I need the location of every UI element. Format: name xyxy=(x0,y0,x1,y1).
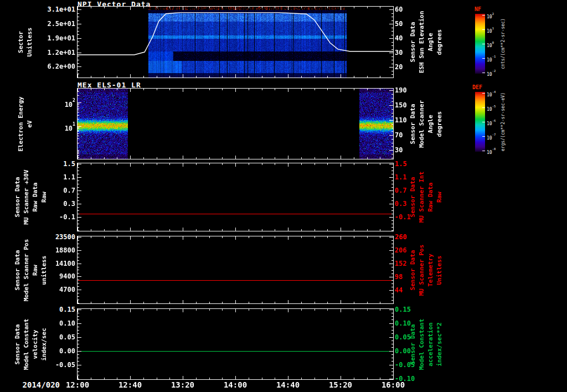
axis-label-line: Sector xyxy=(17,28,25,57)
x-axis-date-label: 2014/020 xyxy=(11,380,60,389)
axis-label-line: index/sec**2 xyxy=(435,318,444,370)
x-axis-tick-label: 13:20 xyxy=(161,380,205,389)
panel-5-right-tick-label: 0.15 xyxy=(395,306,429,313)
colorbar-tick-label: 102 xyxy=(487,13,510,19)
colorbar-tick-label: 10-6 xyxy=(487,120,510,126)
panel-4-right-axis-label: Sensor DataMU Scanner PosTelemetryUnitle… xyxy=(409,244,444,296)
panel-2-left-tick-label: 101 xyxy=(32,122,75,130)
axis-label-line: Sensor Data xyxy=(13,318,22,370)
colorbar-tick-mark xyxy=(482,93,485,94)
panel-3-right-axis-label: Sensor DataMU Scanner IntRaw DataRaw xyxy=(409,172,444,223)
axis-label-line: degrees xyxy=(435,11,444,74)
panel-5-left-tick-label: 0.15 xyxy=(32,306,75,313)
panel-1-left-tick-label: 2.5e+01 xyxy=(32,20,75,28)
panel-4-frame xyxy=(77,236,394,304)
axis-label-line: Raw Data xyxy=(31,169,40,224)
axis-label-line: MU Scanner Pos xyxy=(417,244,426,296)
axis-label-line: Sensor Data xyxy=(409,318,417,370)
colorbar-tick-mark xyxy=(482,58,485,59)
colorbar-tick-mark xyxy=(482,107,485,108)
colorbar-tick-label: 100 xyxy=(487,42,510,48)
axis-label-line: Angle xyxy=(426,100,435,147)
panel-1-right-axis-label: Sensor DataESH Sun ElevationAngledegrees xyxy=(409,11,444,74)
x-axis-tick-label: 16:00 xyxy=(371,380,415,389)
panel-1-left-tick-label: 1.2e+01 xyxy=(32,49,75,56)
axis-label-line: MU Scanner +30V xyxy=(22,169,31,224)
axis-label-line: Model Scanner xyxy=(417,100,426,147)
colorbar-tick-label: 10-1 xyxy=(487,56,510,63)
colorbar-tick-label: 101 xyxy=(487,27,510,34)
axis-label-line: Model Constant xyxy=(417,318,426,370)
axis-label-line: Sensor Data xyxy=(409,100,417,147)
axis-label-line: Raw xyxy=(435,172,444,223)
panel-1-left-tick-label: 6.2e+00 xyxy=(32,63,75,70)
axis-label-line: Sensor Data xyxy=(409,244,417,296)
colorbar-tick-label: 10-5 xyxy=(487,105,510,112)
multi-panel-time-series-plot: NPI Vector Data MEx ELS-01 LR 2014/020 N… xyxy=(0,0,567,392)
axis-label-line: Raw Data xyxy=(426,172,435,223)
panel-3-frame xyxy=(77,163,394,231)
panel-5-frame xyxy=(77,308,394,380)
axis-label-line: eV xyxy=(25,96,34,151)
axis-label-line: Raw xyxy=(40,169,49,224)
nf-colorbar-title: NF xyxy=(475,6,481,12)
x-axis-tick-label: 12:00 xyxy=(55,380,100,389)
axis-label-line: Sensor Data xyxy=(13,169,22,224)
colorbar-tick-mark xyxy=(482,15,485,16)
axis-label-line: Unitless xyxy=(25,28,34,57)
x-axis-tick-label: 14:00 xyxy=(213,380,257,389)
axis-label-line: unitless xyxy=(40,239,49,301)
panel-2-right-tick-label: 190 xyxy=(395,86,429,94)
axis-label-line: acceleration xyxy=(426,318,435,370)
axis-label-line: Sensor Data xyxy=(409,11,417,74)
axis-label-line: MU Scanner Int xyxy=(417,172,426,223)
axis-label-line: ESH Sun Elevation xyxy=(417,11,426,74)
panel-2-right-axis-label: Sensor DataModel ScannerAngledegrees xyxy=(409,100,444,147)
colorbar-tick-mark xyxy=(482,29,485,30)
colorbar-tick-mark xyxy=(482,73,485,73)
x-axis-tick-label: 12:40 xyxy=(108,380,152,389)
axis-label-line: Raw xyxy=(31,239,40,301)
panel-4-right-tick-label: 260 xyxy=(395,233,429,241)
x-axis-tick-label: 14:40 xyxy=(266,380,310,389)
axis-label-line: Angle xyxy=(426,11,435,74)
x-axis-tick-label: 15:20 xyxy=(318,380,363,389)
axis-label-line: Model Constant xyxy=(22,318,31,370)
panel-3-left-tick-label: 1.5 xyxy=(32,160,75,168)
panel-5-right-axis-label: Sensor DataModel Constantaccelerationind… xyxy=(409,318,444,370)
panel-1-left-tick-label: 3.1e+01 xyxy=(32,6,75,13)
panel-2-left-tick-label: 102 xyxy=(32,99,75,106)
axis-label-line: velocity xyxy=(31,318,40,370)
panel-2-frame xyxy=(77,88,394,159)
colorbar-tick-mark xyxy=(482,122,485,122)
axis-label-line: Unitless xyxy=(435,244,444,296)
panel-1-left-axis-label: SectorUnitless xyxy=(17,28,34,57)
colorbar-tick-label: 10-8 xyxy=(487,148,510,155)
panel-2-left-axis-label: Electron EnergyeV xyxy=(17,96,34,151)
colorbar-tick-mark xyxy=(482,136,485,137)
panel-3-right-tick-label: 1.5 xyxy=(395,160,429,168)
panel-3-left-axis-label: Sensor DataMU Scanner +30VRaw DataRaw xyxy=(13,169,49,224)
panel-1-frame xyxy=(77,6,394,78)
colorbar-tick-label: 10-4 xyxy=(487,91,510,97)
colorbar-tick-label: 10-2 xyxy=(487,70,510,77)
axis-label-line: Sensor Data xyxy=(409,172,417,223)
panel-4-left-axis-label: Sensor DataModel Scanner PosRawunitless xyxy=(13,239,49,301)
def-colorbar-title: DEF xyxy=(472,84,482,90)
axis-label-line: degrees xyxy=(435,100,444,147)
panel-5-left-axis-label: Sensor DataModel Constantvelocityindex/s… xyxy=(13,318,49,370)
colorbar-tick-mark xyxy=(482,151,485,151)
axis-label-line: Telemetry xyxy=(426,244,435,296)
axis-label-line: index/sec xyxy=(40,318,49,370)
axis-label-line: Electron Energy xyxy=(17,96,25,151)
colorbar-tick-mark xyxy=(482,44,485,44)
colorbar-tick-label: 10-7 xyxy=(487,134,510,141)
axis-label-line: Sensor Data xyxy=(13,239,22,301)
axis-label-line: Model Scanner Pos xyxy=(22,239,31,301)
panel-1-left-tick-label: 1.9e+01 xyxy=(32,34,75,42)
